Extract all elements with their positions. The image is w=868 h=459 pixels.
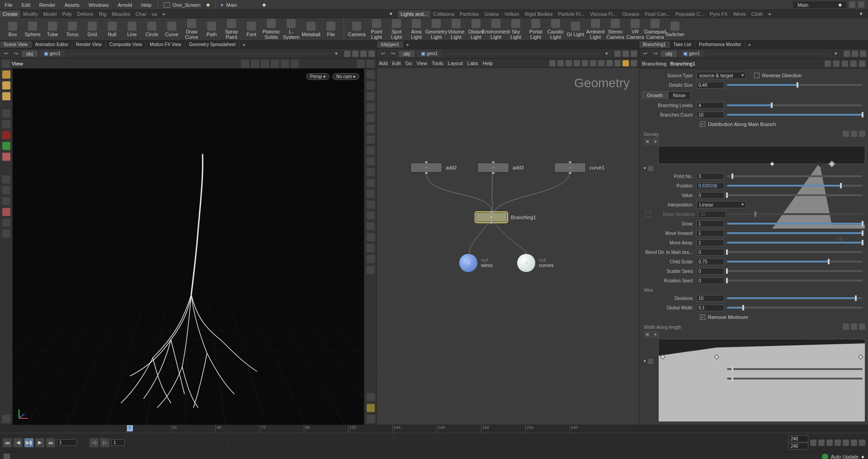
parm-slider[interactable] [727,251,863,253]
parm-field[interactable]: 0 [696,277,724,284]
parm-path-btn[interactable] [844,51,850,57]
net-path-btn[interactable] [614,51,621,57]
display-opt-icon[interactable] [367,146,375,155]
parm-field[interactable]: 0 [696,268,724,275]
parm-slider[interactable] [727,270,863,272]
display-opt-icon[interactable] [367,125,375,133]
net-menu-edit[interactable]: Edit [392,61,401,66]
shelf-tool-line[interactable]: Line [122,21,142,38]
menu-windows[interactable]: Windows [84,1,113,9]
path-rest[interactable] [706,53,830,54]
node-name-field[interactable]: Branching1 [670,61,695,66]
display-opt-icon[interactable] [367,81,375,89]
path-geo1[interactable]: ▣ geo1 [416,50,443,57]
ramp-gear-icon[interactable] [859,323,865,330]
net-path-btn[interactable] [631,51,637,57]
display-opt-icon[interactable] [367,255,375,263]
net-menu-view[interactable]: View [416,61,427,66]
help-icon[interactable] [859,61,865,67]
shelf-tab[interactable]: Poly [59,10,74,18]
menu-assets[interactable]: Assets [60,1,84,9]
shelf-tab[interactable]: Pyro FX [707,10,731,18]
cloud-icon[interactable] [849,1,855,8]
net-tool-icon[interactable] [606,60,613,66]
menu-edit[interactable]: Edit [17,1,35,9]
display-opt-icon[interactable] [367,179,375,187]
shelf-tool-gi-light[interactable]: GI Light [566,21,585,38]
path-back-icon[interactable]: ↩ [379,50,387,58]
range-end-field[interactable]: 240 [788,443,808,450]
lasso-tool-icon[interactable] [2,81,10,89]
parm-slider[interactable] [727,223,863,225]
shelf-tab[interactable]: Fluid Con... [642,10,673,18]
handle-tool-icon[interactable] [2,142,10,150]
shelf-tab[interactable]: Particle Fl... [555,10,587,18]
source-type-dropdown[interactable]: source & target [696,72,746,79]
playbar-opt-icon[interactable] [843,440,849,446]
end-frame-field[interactable]: 240 [788,436,808,442]
path-geo1[interactable]: ▣ geo1 [39,50,66,57]
density-value-slider[interactable] [727,194,863,196]
tool-icon[interactable] [2,175,10,183]
shelf-tab[interactable]: va [149,10,160,18]
net-tool-icon[interactable] [549,60,556,66]
pane-tab-add[interactable]: + [403,41,411,48]
tool-icon[interactable] [2,197,10,205]
display-opt-icon[interactable] [367,211,375,220]
shelf-tool-vr-camera[interactable]: VR Camera [625,18,645,41]
network-canvas[interactable]: Geometry ～ add2 ～ add3 ～ curve1 ✦ [377,68,639,425]
tab-growth[interactable]: Growth [642,91,668,99]
shelf-tab[interactable]: Muscles [109,10,132,18]
node-add3[interactable]: ～ add3 [477,163,524,173]
playbar-opt-icon[interactable] [835,440,841,446]
net-tool-icon[interactable] [598,60,604,66]
width-pointno-slider[interactable] [727,368,863,370]
density-position-slider[interactable] [727,185,863,187]
shelf-dropdown[interactable]: ▾ [387,10,395,18]
shelf-tool-geometry-light[interactable]: Geometry Light [426,18,446,41]
vt-btn[interactable] [251,60,259,68]
ramp-add-icon[interactable]: + [652,138,659,145]
shelf-tab[interactable]: Cloth [749,10,766,18]
ramp-delete-icon[interactable]: ✕ [644,331,651,338]
shelf-tool-draw-curve[interactable]: Draw Curve [182,18,202,41]
path-obj[interactable]: obj [661,51,677,57]
path-obj[interactable]: obj [22,51,38,57]
parm-field[interactable]: 10 [696,112,724,118]
parm-field[interactable]: 0.75 [696,258,724,265]
path-btn1[interactable] [344,51,350,57]
gear-icon[interactable] [825,61,831,67]
path-fwd-icon[interactable]: ↪ [389,50,397,58]
net-menu-layout[interactable]: Layout [448,61,463,66]
camera-selector[interactable]: No cam ▾ [332,73,359,80]
shelf-dropdown[interactable]: ▾ [857,10,865,18]
shelf-tab[interactable]: Lights and... [398,10,430,18]
path-btn2[interactable] [352,51,359,57]
pane-tab-perfmon[interactable]: Performance Monitor [695,41,745,48]
status-icon[interactable] [4,454,10,459]
display-opt-icon[interactable] [367,136,375,144]
width-ramp[interactable] [658,339,865,357]
pane-tab-motion-fx[interactable]: Motion FX View [146,41,185,48]
width-position-slider[interactable] [727,378,863,379]
net-tool-icon[interactable] [623,60,629,66]
shelf-tab[interactable]: Oceans [619,10,642,18]
desktop-selector-left[interactable]: One_Screen◆ [160,2,213,8]
display-opt-icon[interactable] [367,244,375,252]
tab-noise[interactable]: Noise [668,91,690,99]
net-menu-go[interactable]: Go [406,61,412,66]
net-tool-icon[interactable] [566,60,572,66]
shelf-tab[interactable]: Rig [96,10,109,18]
pane-tab-add[interactable]: + [745,41,753,48]
parm-slider[interactable] [727,242,863,244]
net-tool-icon[interactable] [631,60,637,66]
shelf-tool-box[interactable]: Box [3,21,23,38]
shelf-tool-environment-light[interactable]: Environment Light [486,18,506,41]
ramp-expand-icon[interactable]: ▾ [644,359,646,364]
shelf-tool-portal-light[interactable]: Portal Light [526,18,546,41]
shelf-tab[interactable]: Populate C... [673,10,707,18]
pane-tab-geo-spreadsheet[interactable]: Geometry Spreadsheet [185,41,240,48]
ramp-delete-icon[interactable]: ✕ [644,138,651,145]
menu-arnold[interactable]: Arnold [113,1,137,9]
rotate-tool-icon[interactable] [2,120,10,128]
